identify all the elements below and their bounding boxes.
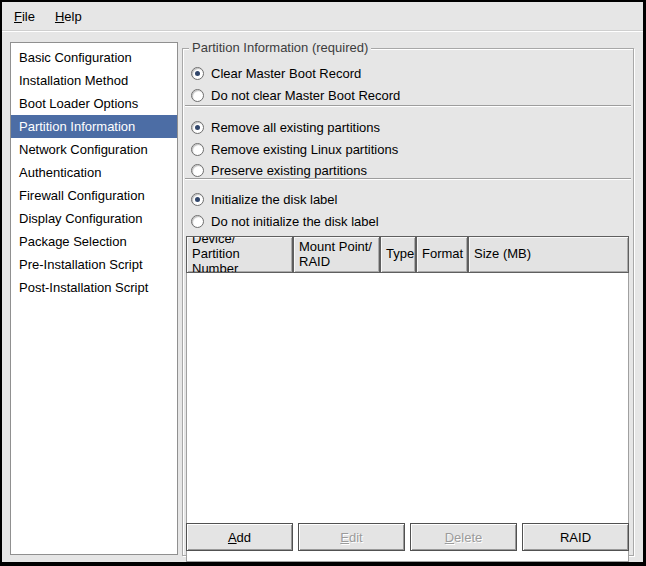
radio-option-do-not-initialize-disk-label[interactable]: Do not initialize the disk label [191, 212, 629, 230]
edit-button[interactable]: Edit [298, 523, 405, 551]
kickstart-configurator-window: File Help Basic Configuration Installati… [0, 0, 646, 566]
add-button[interactable]: Add [186, 523, 293, 551]
sidebar-item-package-selection[interactable]: Package Selection [11, 230, 177, 253]
column-header-type[interactable]: Type [380, 236, 416, 273]
sidebar-item-post-installation-script[interactable]: Post-Installation Script [11, 276, 177, 299]
delete-button[interactable]: Delete [410, 523, 517, 551]
radio-button-icon[interactable] [191, 89, 204, 102]
raid-button[interactable]: RAID [522, 523, 629, 551]
radio-option-remove-linux-partitions[interactable]: Remove existing Linux partitions [191, 140, 629, 158]
column-header-format[interactable]: Format [416, 236, 468, 273]
radio-option-initialize-disk-label[interactable]: Initialize the disk label [191, 190, 629, 208]
menu-file[interactable]: File [4, 6, 45, 27]
partition-action-buttons: Add Edit Delete RAID [186, 523, 629, 551]
radio-option-remove-all-partitions[interactable]: Remove all existing partitions [191, 118, 629, 136]
radio-option-label: Remove existing Linux partitions [211, 142, 398, 157]
column-header-mount-point-raid[interactable]: Mount Point/ RAID [293, 236, 380, 273]
radio-button-icon[interactable] [191, 164, 204, 177]
radio-option-label: Clear Master Boot Record [211, 66, 361, 81]
radio-option-clear-mbr[interactable]: Clear Master Boot Record [191, 64, 629, 82]
sidebar-item-display-configuration[interactable]: Display Configuration [11, 207, 177, 230]
menu-help[interactable]: Help [45, 6, 92, 27]
configuration-section-list[interactable]: Basic Configuration Installation Method … [10, 42, 178, 555]
radio-option-label: Do not initialize the disk label [211, 214, 379, 229]
radio-option-label: Do not clear Master Boot Record [211, 88, 400, 103]
radio-option-do-not-clear-mbr[interactable]: Do not clear Master Boot Record [191, 86, 629, 104]
radio-option-label: Remove all existing partitions [211, 120, 380, 135]
radio-button-icon[interactable] [191, 193, 204, 206]
radio-button-icon[interactable] [191, 143, 204, 156]
sidebar-item-basic-configuration[interactable]: Basic Configuration [11, 46, 177, 69]
partition-information-groupbox: Partition Information (required) Clear M… [182, 48, 634, 556]
menubar: File Help [2, 2, 643, 31]
sidebar-item-network-configuration[interactable]: Network Configuration [11, 138, 177, 161]
column-header-size-mb[interactable]: Size (MB) [468, 236, 629, 273]
separator [185, 105, 631, 107]
sidebar-item-partition-information[interactable]: Partition Information [11, 115, 177, 138]
radio-option-label: Preserve existing partitions [211, 163, 367, 178]
radio-button-icon[interactable] [191, 121, 204, 134]
partition-table-body[interactable] [186, 273, 629, 562]
radio-button-icon[interactable] [191, 67, 204, 80]
groupbox-title: Partition Information (required) [189, 40, 371, 55]
radio-option-label: Initialize the disk label [211, 192, 337, 207]
sidebar-item-boot-loader-options[interactable]: Boot Loader Options [11, 92, 177, 115]
partition-table-header: Device/ Partition Number Mount Point/ RA… [186, 236, 629, 273]
radio-option-preserve-partitions[interactable]: Preserve existing partitions [191, 161, 629, 179]
separator [185, 178, 631, 180]
sidebar-item-authentication[interactable]: Authentication [11, 161, 177, 184]
sidebar-item-firewall-configuration[interactable]: Firewall Configuration [11, 184, 177, 207]
sidebar-item-pre-installation-script[interactable]: Pre-Installation Script [11, 253, 177, 276]
sidebar-item-installation-method[interactable]: Installation Method [11, 69, 177, 92]
column-header-device-partition-number[interactable]: Device/ Partition Number [186, 236, 293, 273]
radio-button-icon[interactable] [191, 215, 204, 228]
